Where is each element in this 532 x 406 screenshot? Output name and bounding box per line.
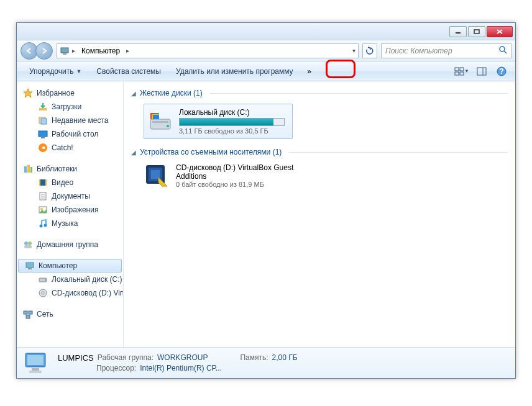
downloads-icon (38, 102, 48, 112)
computer-large-icon (23, 351, 50, 376)
svg-rect-3 (63, 53, 66, 55)
view-icon (454, 67, 464, 76)
svg-rect-56 (27, 355, 44, 365)
breadcrumb-computer[interactable]: Компьютер (78, 45, 124, 56)
sidebar-network[interactable]: Сеть (17, 307, 123, 321)
category-removable[interactable]: ◢ Устройства со съемными носителями (1) (131, 145, 508, 159)
back-arrow-icon (25, 47, 33, 55)
drive-name: Локальный диск (C:) (179, 108, 285, 117)
maximize-button[interactable] (468, 26, 485, 37)
homegroup-label: Домашняя группа (37, 240, 98, 249)
recent-icon (38, 115, 48, 125)
computer-icon (25, 261, 35, 271)
svg-rect-16 (39, 131, 47, 137)
svg-point-41 (42, 292, 44, 294)
workgroup-label: Рабочая группа: (98, 353, 154, 363)
sidebar-homegroup[interactable]: Домашняя группа (17, 238, 123, 251)
computer-icon (60, 46, 70, 56)
svg-rect-42 (24, 311, 27, 314)
sidebar-computer[interactable]: Компьютер (18, 259, 122, 273)
details-pane: LUMPICS Рабочая группа: WORKGROUP Память… (17, 347, 515, 378)
search-input[interactable]: Поиск: Компьютер (381, 43, 511, 58)
svg-rect-8 (460, 72, 464, 75)
svg-rect-5 (455, 68, 459, 71)
pictures-icon (38, 205, 48, 215)
navigation-pane: Избранное Загрузки Недавние места Рабочи… (17, 81, 124, 347)
svg-point-30 (40, 208, 43, 210)
svg-rect-35 (24, 245, 32, 248)
sidebar-item-local-disk[interactable]: Локальный диск (C:) (17, 273, 123, 286)
help-button[interactable]: ? (494, 65, 509, 78)
sidebar-favorites-header[interactable]: Избранное (17, 86, 123, 100)
svg-rect-37 (28, 268, 32, 269)
system-properties-button[interactable]: Свойства системы (90, 65, 167, 78)
svg-point-31 (40, 225, 43, 228)
svg-rect-46 (152, 121, 168, 123)
search-icon (498, 45, 507, 56)
search-placeholder: Поиск: Компьютер (385, 47, 452, 55)
workgroup-value: WORKGROUP (157, 353, 208, 363)
sidebar-item-catch[interactable]: Catch! (17, 141, 123, 155)
content-pane: ◢ Жесткие диски (1) Локальный диск (C:) … (124, 81, 515, 347)
sidebar-item-pictures[interactable]: Изображения (17, 203, 123, 217)
svg-rect-15 (41, 119, 47, 124)
sidebar-item-cd-drive[interactable]: CD-дисковод (D:) VirtualBox Guest Additi… (17, 286, 123, 300)
svg-rect-1 (474, 30, 479, 34)
svg-rect-36 (26, 263, 34, 268)
sidebar-item-desktop[interactable]: Рабочий стол (17, 127, 123, 141)
forward-button[interactable] (35, 42, 53, 60)
chevron-right-icon[interactable]: ▸ (72, 47, 75, 54)
chevron-right-icon[interactable]: ▸ (126, 47, 129, 54)
refresh-button[interactable] (362, 43, 377, 58)
svg-rect-19 (24, 166, 27, 173)
device-name: CD-дисковод (D:) VirtualBox Guest Additi… (176, 163, 313, 181)
video-icon (38, 178, 48, 187)
memory-value: 2,00 ГБ (272, 353, 298, 363)
computer-name: LUMPICS (58, 353, 94, 363)
svg-rect-58 (29, 371, 42, 373)
sidebar-item-videos[interactable]: Видео (17, 176, 123, 189)
sidebar-item-documents[interactable]: Документы (17, 189, 123, 203)
svg-rect-2 (61, 48, 68, 53)
sidebar-item-downloads[interactable]: Загрузки (17, 100, 123, 114)
help-icon: ? (497, 66, 507, 76)
svg-rect-13 (39, 108, 47, 111)
minimize-icon (455, 29, 461, 34)
drive-local-c[interactable]: Локальный диск (C:) 3,11 ГБ свободно из … (144, 104, 293, 139)
documents-icon (38, 191, 48, 201)
svg-point-4 (500, 47, 505, 52)
preview-pane-icon (477, 67, 487, 76)
explorer-window: ▸ Компьютер ▸ ▾ Поиск: Компьютер Упорядо… (16, 22, 516, 379)
svg-rect-21 (30, 167, 32, 173)
network-label: Сеть (37, 310, 53, 318)
network-icon (23, 309, 33, 319)
category-hard-drives[interactable]: ◢ Жесткие диски (1) (131, 86, 508, 100)
uninstall-program-button[interactable]: Удалить или изменить программу (170, 65, 300, 78)
preview-pane-button[interactable] (474, 65, 489, 78)
sidebar-libraries-header[interactable]: Библиотеки (17, 162, 123, 176)
organize-menu[interactable]: Упорядочить ▼ (23, 65, 88, 78)
minimize-button[interactable] (449, 26, 467, 37)
svg-rect-0 (456, 32, 461, 34)
computer-label: Компьютер (39, 261, 77, 270)
svg-point-39 (45, 279, 46, 281)
close-button[interactable] (487, 26, 513, 37)
view-options-button[interactable]: ▼ (454, 65, 469, 78)
svg-rect-45 (150, 119, 170, 129)
close-icon (497, 29, 503, 34)
sidebar-item-recent[interactable]: Недавние места (17, 114, 123, 127)
toolbar-overflow-button[interactable]: » (302, 65, 317, 78)
forward-arrow-icon (40, 47, 48, 55)
libraries-icon (23, 164, 33, 174)
svg-rect-44 (26, 315, 30, 318)
device-cd-drive[interactable]: CD-дисковод (D:) VirtualBox Guest Additi… (144, 163, 508, 189)
libraries-label: Библиотеки (37, 165, 77, 173)
refresh-icon (365, 47, 374, 55)
svg-rect-9 (477, 68, 486, 75)
sidebar-item-music[interactable]: Музыка (17, 217, 123, 230)
virtualbox-cd-icon (144, 163, 170, 189)
svg-rect-17 (41, 137, 45, 138)
address-dropdown-icon[interactable]: ▾ (352, 47, 355, 54)
svg-point-33 (24, 241, 28, 245)
address-bar[interactable]: ▸ Компьютер ▸ ▾ (57, 43, 359, 58)
